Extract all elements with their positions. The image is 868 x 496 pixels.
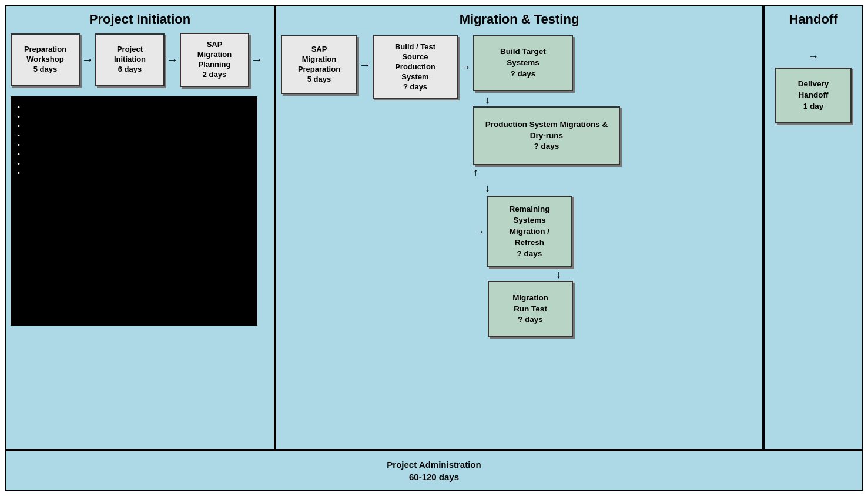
arrow-to-handoff: →: [808, 51, 819, 63]
phase-handoff: Handoff → DeliveryHandoff 1 day: [763, 5, 863, 450]
down-arrow-remaining: ↓: [473, 182, 490, 195]
sap-planning-label: SAPMigrationPlanning: [197, 40, 232, 70]
build-target-days: ? days: [511, 69, 536, 80]
prod-dry-days: ? days: [534, 141, 559, 152]
admin-label: Project Administration: [12, 460, 856, 470]
delivery-handoff-label: DeliveryHandoff: [798, 79, 829, 101]
notes-box: [11, 96, 257, 326]
phase-initiation-title: Project Initiation: [11, 12, 269, 27]
sap-migration-prep-box: SAPMigrationPreparation 5 days: [281, 35, 357, 94]
build-test-days: ? days: [403, 82, 427, 92]
delivery-handoff-days: 1 day: [803, 101, 824, 112]
run-test-label: MigrationRun Test: [512, 293, 548, 315]
admin-days: 60-120 days: [12, 472, 856, 482]
phase-initiation: Project Initiation PreparationWorkshop 5…: [5, 5, 275, 450]
delivery-handoff-box: DeliveryHandoff 1 day: [775, 68, 852, 123]
admin-bar: Project Administration 60-120 days: [5, 450, 863, 491]
sap-planning-days: 2 days: [203, 70, 226, 80]
down-arrow-runtest: ↓: [556, 269, 561, 281]
phase-handoff-title: Handoff: [769, 12, 857, 27]
remaining-systems-box: RemainingSystemsMigration /Refresh ? day…: [487, 196, 572, 267]
build-target-label: Build TargetSystems: [500, 46, 546, 69]
prod-dry-runs-box: Production System Migrations &Dry-runs ?…: [473, 106, 620, 165]
diagram-wrapper: Project Initiation PreparationWorkshop 5…: [0, 0, 868, 496]
prep-workshop-box: PreparationWorkshop 5 days: [11, 33, 80, 86]
prep-workshop-label: PreparationWorkshop: [24, 45, 66, 65]
sap-migration-planning-box: SAPMigrationPlanning 2 days: [180, 33, 249, 87]
arrow-4: →: [357, 58, 373, 72]
phase-migration-title: Migration & Testing: [281, 12, 758, 27]
initiation-boxes-row: PreparationWorkshop 5 days → ProjectInit…: [11, 33, 269, 87]
note-item: [18, 113, 250, 120]
remaining-days: ? days: [517, 249, 542, 260]
prep-workshop-days: 5 days: [33, 65, 57, 75]
handoff-inner: → DeliveryHandoff 1 day: [769, 33, 857, 123]
note-item: [18, 169, 250, 176]
down-arrow-prod: ↓: [473, 95, 490, 105]
build-target-box: Build TargetSystems ? days: [473, 35, 573, 91]
note-item: [18, 160, 250, 167]
remaining-label: RemainingSystemsMigration /Refresh: [509, 204, 549, 249]
prod-dry-label: Production System Migrations &Dry-runs: [485, 119, 608, 142]
sap-prep-label: SAPMigrationPreparation: [298, 45, 340, 75]
arrow-5: →: [458, 61, 473, 74]
note-item: [18, 141, 250, 148]
sap-prep-days: 5 days: [307, 75, 331, 85]
arrow-2: →: [165, 53, 180, 66]
arrow-3: →: [249, 53, 264, 66]
left-arrow-prod: ↑: [473, 166, 478, 179]
note-item: [18, 150, 250, 157]
note-item: [18, 103, 250, 110]
notes-list: [18, 103, 250, 176]
main-content: Project Initiation PreparationWorkshop 5…: [5, 5, 863, 450]
run-test-days: ? days: [518, 314, 543, 326]
project-initiation-box: ProjectInitiation 6 days: [95, 33, 165, 86]
phase-migration: Migration & Testing SAPMigrationPreparat…: [275, 5, 763, 450]
project-initiation-days: 6 days: [118, 65, 142, 75]
arrow-1: →: [80, 53, 95, 66]
note-item: [18, 122, 250, 129]
note-item: [18, 132, 250, 139]
project-initiation-label: ProjectInitiation: [114, 45, 146, 65]
build-test-label: Build / TestSourceProductionSystem: [395, 42, 435, 82]
run-test-box: MigrationRun Test ? days: [488, 281, 573, 337]
right-arrow-remaining: →: [474, 226, 485, 238]
build-test-source-box: Build / TestSourceProductionSystem ? day…: [373, 35, 458, 99]
